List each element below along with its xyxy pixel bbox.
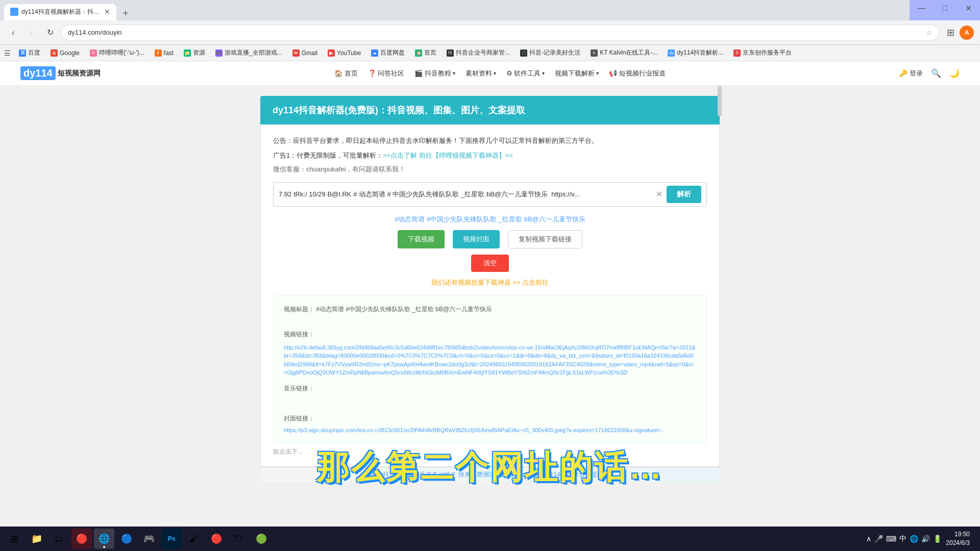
nav-home[interactable]: 🏠 首页: [334, 69, 358, 78]
header-actions: 🔑 登录 🔍 🌙: [899, 68, 960, 78]
download-video-button[interactable]: 下载视频: [398, 230, 445, 248]
video-cover-button[interactable]: 视频封面: [453, 230, 500, 248]
back-button[interactable]: ‹: [6, 26, 20, 40]
page-title-bar: dy114抖音解析器(免费版)：抖音视频、图集、图片、文案提取: [260, 96, 720, 124]
bookmark-google[interactable]: G Google: [46, 48, 84, 58]
bookmark-dy114[interactable]: dy dy114抖音解析...: [664, 47, 727, 58]
more-tools-link[interactable]: 我们还有视频批量下载神器 >> 点击前往: [273, 278, 707, 287]
taskbar-app-shield[interactable]: 🛡: [229, 529, 249, 549]
address-bar[interactable]: dy114.com/douyin ☆: [61, 24, 939, 41]
browser-tab-active[interactable]: dy114抖音视频解析器：抖音... ✕: [4, 4, 116, 20]
music-link-label: 音乐链接：: [284, 383, 696, 394]
taskbar-mic-icon[interactable]: 🎤: [874, 535, 883, 543]
new-tab-button[interactable]: +: [118, 6, 133, 20]
taskbar-volume-icon[interactable]: 🔊: [921, 535, 930, 543]
main-content-area: dy114抖音解析器(免费版)：抖音视频、图集、图片、文案提取 公告：应抖音平台…: [260, 86, 720, 492]
taskbar-app-ps[interactable]: Ps: [161, 529, 182, 549]
tag-3: bB@六一儿童节快乐: [524, 215, 585, 223]
taskbar-battery-icon[interactable]: 🔋: [933, 535, 942, 543]
cover-link-value[interactable]: https://p3-sign.douyinpic.com/tos-cn-i-0…: [284, 426, 696, 435]
close-button[interactable]: ✕: [957, 0, 980, 16]
forward-button[interactable]: ›: [24, 26, 39, 40]
bookmark-fast[interactable]: f fast: [151, 48, 178, 58]
video-link-value[interactable]: http://v26-default.365yg.com/2fd498aa5e6…: [284, 343, 696, 377]
tag-2: #中国少先队先锋队队歌 _红星歌: [427, 215, 524, 223]
logo-dy-text: dy114: [20, 66, 56, 80]
bookmark-kalvin[interactable]: K KT Kalvin在线工具-...: [586, 47, 662, 58]
taskbar-network-icon[interactable]: 🌐: [910, 535, 918, 543]
taskbar-app-green[interactable]: 🟢: [251, 529, 272, 549]
minimize-button[interactable]: —: [910, 0, 933, 16]
taskbar-chevron-icon[interactable]: ∧: [866, 535, 871, 543]
page-title: dy114抖音解析器(免费版)：抖音视频、图集、图片、文案提取: [273, 104, 525, 116]
bookmark-gmail[interactable]: M Gmail: [288, 48, 322, 58]
browser-window: dy114抖音视频解析器：抖音... ✕ + — □ ✕ ‹ › ↻ dy114…: [0, 0, 980, 551]
taskbar-app-red[interactable]: 🔴: [71, 529, 92, 549]
reload-button[interactable]: ↻: [43, 26, 57, 40]
parse-button[interactable]: 解析: [667, 186, 701, 203]
taskbar-date-value: 2024/6/3: [946, 539, 970, 547]
bookmark-star-icon[interactable]: ☆: [926, 29, 933, 37]
browser-action-buttons: ⊞ A: [943, 26, 974, 40]
taskbar-app-red2[interactable]: 🔴: [206, 529, 227, 549]
bookmark-home[interactable]: 🏠 首页: [411, 47, 440, 58]
clear-input-button[interactable]: ✕: [656, 189, 663, 199]
bookmark-douyin-record[interactable]: 🎵 抖音-记录美好生活: [516, 47, 584, 58]
url-input-field[interactable]: [279, 190, 652, 198]
window-controls: — □ ✕: [910, 0, 980, 20]
ad-text: 广告1：付费无限制版，可批量解析：>>点击了解 前往【哔哩猫视频下载神器】<<: [273, 149, 707, 161]
taskbar-app-edge[interactable]: 🌐: [94, 529, 114, 549]
bookmark-youtube[interactable]: ▶ YouTube: [324, 48, 365, 58]
taskbar-app-explorer[interactable]: 📁: [27, 529, 47, 549]
notice-text: 公告：应抖音平台要求，即日起本站停止抖音去水印解析服务！下面推荐几个可以正常抖音…: [273, 135, 707, 146]
bookmark-douyin-biz[interactable]: 抖 抖音企业号商家管...: [443, 47, 514, 58]
title-bar-gradient: dy114抖音视频解析器：抖音... ✕ + — □ ✕: [0, 0, 980, 20]
content-box: 公告：应抖音平台要求，即日起本站停止抖音去水印解析服务！下面推荐几个可以正常抖音…: [260, 124, 720, 467]
logo-sub-text: 短视频资源网: [58, 69, 101, 78]
scroll-indicator[interactable]: [718, 86, 722, 116]
youtube-bookmark-label: YouTube: [337, 49, 361, 57]
nav-video-parse[interactable]: 视频下载解析 ▾: [555, 69, 599, 78]
nav-industry[interactable]: 📢 短视频行业报道: [609, 69, 666, 78]
nav-tiktok-tutorial[interactable]: 🎬 抖音教程 ▾: [414, 69, 455, 78]
taskbar-app-blue[interactable]: 🔵: [116, 529, 137, 549]
bookmark-games[interactable]: 🎮 游戏直播_全部游戏...: [211, 47, 286, 58]
taskbar-input-icon[interactable]: 中: [899, 534, 906, 543]
site-header: dy114 短视频资源网 🏠 首页 ❓ 问答社区 🎬 抖音教程 ▾ 素材资料 ▾…: [0, 61, 980, 86]
taskbar-apps: 📁 🗂 🔴 🌐 🔵 🎮 Ps 🖌 🔴 🛡 🟢: [27, 529, 272, 549]
login-button[interactable]: 🔑 登录: [899, 69, 923, 78]
tab-close-button[interactable]: ✕: [104, 8, 110, 16]
address-url: dy114.com/douyin: [68, 29, 922, 36]
bookmark-resources[interactable]: 📁 资源: [180, 47, 209, 58]
bookmark-baidu[interactable]: 百 百度: [15, 47, 44, 58]
video-title-value: #动态简谱 #中国少先队先锋队队歌 _红星歌 bB@六一儿童节快乐: [316, 306, 492, 313]
profile-button[interactable]: A: [960, 26, 974, 40]
site-nav: 🏠 首页 ❓ 问答社区 🎬 抖音教程 ▾ 素材资料 ▾ ⚙ 软件工具 ▾ 视频下…: [334, 69, 666, 78]
taskbar-keyboard-icon[interactable]: ⌨: [886, 535, 896, 543]
bookmark-jd[interactable]: 京 京东创作服务平台: [729, 47, 796, 58]
nav-software[interactable]: ⚙ 软件工具 ▾: [506, 69, 545, 78]
theme-toggle-button[interactable]: 🌙: [949, 68, 960, 78]
bookmark-baidu-pan[interactable]: ☁ 百度网盘: [367, 47, 409, 58]
ad-link[interactable]: >>点击了解 前往【哔哩猫视频下载神器】<<: [383, 152, 513, 159]
tag-1: #动态简谱: [395, 215, 427, 223]
bookmark-bilibili[interactable]: B 哔哩哔哩('·'ω·')...: [86, 47, 149, 58]
taskbar-app-files[interactable]: 🗂: [49, 529, 69, 549]
cover-link-label: 封面链接：: [284, 413, 696, 424]
taskbar-start-button[interactable]: ⊞: [4, 529, 24, 549]
browser-controls-bar: ‹ › ↻ dy114.com/douyin ☆ ⊞ A: [0, 20, 980, 45]
tab-title: dy114抖音视频解析器：抖音...: [21, 8, 100, 16]
extensions-button[interactable]: ⊞: [943, 26, 958, 40]
taskbar-app-games[interactable]: 🎮: [139, 529, 159, 549]
nav-faq[interactable]: ❓ 问答社区: [368, 69, 405, 78]
taskbar-time-display[interactable]: 19:50 2024/6/3: [946, 530, 970, 547]
taskbar-system-icons: ∧ 🎤 ⌨ 中 🌐 🔊 🔋: [866, 534, 942, 543]
taskbar-app-paint[interactable]: 🖌: [184, 529, 204, 549]
search-button[interactable]: 🔍: [931, 68, 941, 78]
clear-button[interactable]: 清空: [471, 255, 509, 272]
copy-link-button[interactable]: 复制视频下载链接: [508, 230, 582, 248]
video-title-label: 视频标题： #动态简谱 #中国少先队先锋队队歌 _红星歌 bB@六一儿童节快乐: [284, 304, 696, 315]
action-buttons: 下载视频 视频封面 复制视频下载链接: [273, 230, 707, 248]
maximize-button[interactable]: □: [933, 0, 957, 16]
nav-materials[interactable]: 素材资料 ▾: [465, 69, 496, 78]
